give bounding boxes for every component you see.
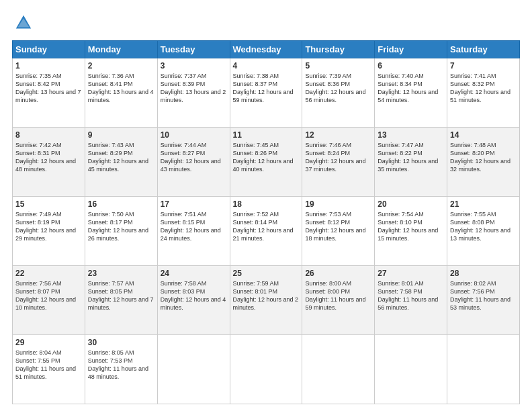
calendar-cell: 20 Sunrise: 7:54 AM Sunset: 8:10 PM Dayl… bbox=[375, 197, 447, 266]
calendar-cell: 16 Sunrise: 7:50 AM Sunset: 8:17 PM Dayl… bbox=[85, 197, 157, 266]
calendar-cell: 18 Sunrise: 7:52 AM Sunset: 8:14 PM Dayl… bbox=[230, 197, 302, 266]
calendar-header-row: Sunday Monday Tuesday Wednesday Thursday… bbox=[13, 41, 520, 58]
calendar-cell bbox=[157, 335, 230, 404]
calendar-cell: 28 Sunrise: 8:02 AM Sunset: 7:56 PM Dayl… bbox=[447, 266, 520, 335]
day-number: 30 bbox=[88, 338, 154, 347]
day-number: 28 bbox=[450, 269, 517, 278]
calendar-cell: 14 Sunrise: 7:48 AM Sunset: 8:20 PM Dayl… bbox=[447, 128, 520, 197]
day-number: 10 bbox=[161, 130, 227, 140]
col-sunday: Sunday bbox=[13, 41, 85, 58]
day-number: 4 bbox=[233, 61, 300, 71]
calendar-cell: 7 Sunrise: 7:41 AM Sunset: 8:32 PM Dayli… bbox=[447, 58, 520, 128]
day-number: 19 bbox=[305, 199, 371, 209]
day-number: 27 bbox=[378, 269, 444, 278]
day-info: Sunrise: 8:04 AM Sunset: 7:55 PM Dayligh… bbox=[15, 349, 82, 381]
day-info: Sunrise: 7:43 AM Sunset: 8:29 PM Dayligh… bbox=[88, 141, 154, 174]
day-number: 12 bbox=[305, 130, 371, 140]
calendar-cell: 2 Sunrise: 7:36 AM Sunset: 8:41 PM Dayli… bbox=[85, 58, 157, 128]
calendar-week-row: 8 Sunrise: 7:42 AM Sunset: 8:31 PM Dayli… bbox=[13, 128, 520, 197]
calendar-cell bbox=[302, 335, 375, 404]
day-number: 29 bbox=[15, 338, 82, 347]
day-info: Sunrise: 7:47 AM Sunset: 8:22 PM Dayligh… bbox=[378, 141, 444, 174]
day-info: Sunrise: 8:05 AM Sunset: 7:53 PM Dayligh… bbox=[88, 349, 154, 381]
calendar-cell: 24 Sunrise: 7:58 AM Sunset: 8:03 PM Dayl… bbox=[157, 266, 230, 335]
day-info: Sunrise: 7:48 AM Sunset: 8:20 PM Dayligh… bbox=[450, 141, 517, 174]
col-saturday: Saturday bbox=[447, 41, 520, 58]
calendar-cell: 29 Sunrise: 8:04 AM Sunset: 7:55 PM Dayl… bbox=[13, 335, 85, 404]
day-number: 9 bbox=[88, 130, 154, 140]
day-info: Sunrise: 7:37 AM Sunset: 8:39 PM Dayligh… bbox=[161, 72, 227, 105]
day-info: Sunrise: 8:01 AM Sunset: 7:58 PM Dayligh… bbox=[378, 279, 444, 312]
day-info: Sunrise: 7:39 AM Sunset: 8:36 PM Dayligh… bbox=[305, 72, 371, 105]
day-info: Sunrise: 7:56 AM Sunset: 8:07 PM Dayligh… bbox=[15, 279, 82, 312]
day-info: Sunrise: 7:44 AM Sunset: 8:27 PM Dayligh… bbox=[161, 141, 227, 174]
day-info: Sunrise: 7:45 AM Sunset: 8:26 PM Dayligh… bbox=[233, 141, 300, 174]
calendar-cell: 5 Sunrise: 7:39 AM Sunset: 8:36 PM Dayli… bbox=[302, 58, 375, 128]
day-number: 13 bbox=[378, 130, 444, 140]
col-tuesday: Tuesday bbox=[157, 41, 230, 58]
calendar-cell bbox=[230, 335, 302, 404]
calendar-cell: 11 Sunrise: 7:45 AM Sunset: 8:26 PM Dayl… bbox=[230, 128, 302, 197]
day-info: Sunrise: 7:38 AM Sunset: 8:37 PM Dayligh… bbox=[233, 72, 300, 105]
day-number: 1 bbox=[15, 61, 82, 71]
calendar-cell: 15 Sunrise: 7:49 AM Sunset: 8:19 PM Dayl… bbox=[13, 197, 85, 266]
calendar-week-row: 1 Sunrise: 7:35 AM Sunset: 8:42 PM Dayli… bbox=[13, 58, 520, 128]
calendar-cell: 12 Sunrise: 7:46 AM Sunset: 8:24 PM Dayl… bbox=[302, 128, 375, 197]
calendar-cell: 22 Sunrise: 7:56 AM Sunset: 8:07 PM Dayl… bbox=[13, 266, 85, 335]
day-info: Sunrise: 7:59 AM Sunset: 8:01 PM Dayligh… bbox=[233, 279, 300, 312]
day-number: 25 bbox=[233, 269, 300, 278]
calendar-cell: 13 Sunrise: 7:47 AM Sunset: 8:22 PM Dayl… bbox=[375, 128, 447, 197]
calendar-cell: 10 Sunrise: 7:44 AM Sunset: 8:27 PM Dayl… bbox=[157, 128, 230, 197]
day-info: Sunrise: 7:57 AM Sunset: 8:05 PM Dayligh… bbox=[88, 279, 154, 312]
col-wednesday: Wednesday bbox=[230, 41, 302, 58]
day-number: 6 bbox=[378, 61, 444, 71]
day-number: 17 bbox=[161, 199, 227, 209]
calendar-cell bbox=[375, 335, 447, 404]
col-thursday: Thursday bbox=[302, 41, 375, 58]
col-monday: Monday bbox=[85, 41, 157, 58]
day-number: 22 bbox=[15, 269, 82, 278]
calendar-cell: 26 Sunrise: 8:00 AM Sunset: 8:00 PM Dayl… bbox=[302, 266, 375, 335]
calendar-week-row: 29 Sunrise: 8:04 AM Sunset: 7:55 PM Dayl… bbox=[13, 335, 520, 404]
logo bbox=[12, 13, 36, 35]
day-info: Sunrise: 7:55 AM Sunset: 8:08 PM Dayligh… bbox=[450, 210, 517, 243]
calendar-cell: 30 Sunrise: 8:05 AM Sunset: 7:53 PM Dayl… bbox=[85, 335, 157, 404]
calendar-week-row: 22 Sunrise: 7:56 AM Sunset: 8:07 PM Dayl… bbox=[13, 266, 520, 335]
header bbox=[12, 11, 520, 35]
day-info: Sunrise: 7:54 AM Sunset: 8:10 PM Dayligh… bbox=[378, 210, 444, 243]
day-info: Sunrise: 8:02 AM Sunset: 7:56 PM Dayligh… bbox=[450, 279, 517, 312]
day-info: Sunrise: 7:42 AM Sunset: 8:31 PM Dayligh… bbox=[15, 141, 82, 174]
day-info: Sunrise: 8:00 AM Sunset: 8:00 PM Dayligh… bbox=[305, 279, 371, 312]
day-info: Sunrise: 7:58 AM Sunset: 8:03 PM Dayligh… bbox=[161, 279, 227, 312]
day-info: Sunrise: 7:52 AM Sunset: 8:14 PM Dayligh… bbox=[233, 210, 300, 243]
day-info: Sunrise: 7:51 AM Sunset: 8:15 PM Dayligh… bbox=[161, 210, 227, 243]
calendar-cell: 4 Sunrise: 7:38 AM Sunset: 8:37 PM Dayli… bbox=[230, 58, 302, 128]
day-number: 24 bbox=[161, 269, 227, 278]
calendar-week-row: 15 Sunrise: 7:49 AM Sunset: 8:19 PM Dayl… bbox=[13, 197, 520, 266]
calendar-cell: 23 Sunrise: 7:57 AM Sunset: 8:05 PM Dayl… bbox=[85, 266, 157, 335]
day-number: 20 bbox=[378, 199, 444, 209]
calendar-cell: 3 Sunrise: 7:37 AM Sunset: 8:39 PM Dayli… bbox=[157, 58, 230, 128]
day-number: 18 bbox=[233, 199, 300, 209]
calendar-cell: 19 Sunrise: 7:53 AM Sunset: 8:12 PM Dayl… bbox=[302, 197, 375, 266]
day-number: 26 bbox=[305, 269, 371, 278]
calendar-cell: 9 Sunrise: 7:43 AM Sunset: 8:29 PM Dayli… bbox=[85, 128, 157, 197]
col-friday: Friday bbox=[375, 41, 447, 58]
calendar-cell bbox=[447, 335, 520, 404]
day-info: Sunrise: 7:40 AM Sunset: 8:34 PM Dayligh… bbox=[378, 72, 444, 105]
day-info: Sunrise: 7:46 AM Sunset: 8:24 PM Dayligh… bbox=[305, 141, 371, 174]
page: Sunday Monday Tuesday Wednesday Thursday… bbox=[0, 0, 532, 411]
day-number: 14 bbox=[450, 130, 517, 140]
logo-icon bbox=[14, 13, 33, 32]
calendar-cell: 21 Sunrise: 7:55 AM Sunset: 8:08 PM Dayl… bbox=[447, 197, 520, 266]
day-number: 16 bbox=[88, 199, 154, 209]
day-number: 21 bbox=[450, 199, 517, 209]
day-info: Sunrise: 7:36 AM Sunset: 8:41 PM Dayligh… bbox=[88, 72, 154, 105]
day-number: 7 bbox=[450, 61, 517, 71]
day-info: Sunrise: 7:41 AM Sunset: 8:32 PM Dayligh… bbox=[450, 72, 517, 105]
calendar-cell: 8 Sunrise: 7:42 AM Sunset: 8:31 PM Dayli… bbox=[13, 128, 85, 197]
calendar-cell: 1 Sunrise: 7:35 AM Sunset: 8:42 PM Dayli… bbox=[13, 58, 85, 128]
day-number: 3 bbox=[161, 61, 227, 71]
day-number: 23 bbox=[88, 269, 154, 278]
calendar-cell: 17 Sunrise: 7:51 AM Sunset: 8:15 PM Dayl… bbox=[157, 197, 230, 266]
